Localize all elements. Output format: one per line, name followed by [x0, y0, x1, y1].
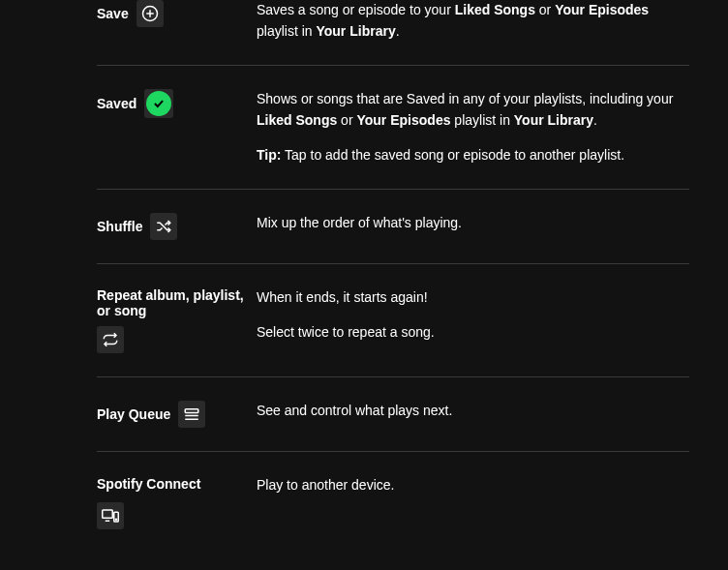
row-left: Repeat album, playlist, or song	[97, 287, 257, 353]
row-left: Play Queue	[97, 401, 257, 428]
desc-text-2: Select twice to repeat a song.	[257, 322, 689, 344]
svg-rect-6	[103, 510, 113, 518]
feature-row: Repeat album, playlist, or songWhen it e…	[97, 264, 689, 377]
desc-text: Saves a song or episode to your Liked So…	[257, 0, 689, 42]
feature-row: Spotify ConnectPlay to another device.	[97, 452, 689, 553]
feature-row: ShuffleMix up the order of what's playin…	[97, 190, 689, 264]
connect-icon	[97, 502, 124, 529]
feature-row: SaveSaves a song or episode to your Like…	[97, 0, 689, 66]
repeat-icon	[97, 326, 124, 353]
svg-point-9	[115, 519, 116, 520]
row-label: Repeat album, playlist, or song	[97, 287, 257, 318]
row-left: Shuffle	[97, 213, 257, 240]
plus-circle-icon	[136, 0, 164, 27]
row-description: Shows or songs that are Saved in any of …	[257, 89, 689, 165]
svg-rect-3	[186, 409, 199, 413]
queue-icon	[178, 401, 205, 428]
feature-row: Play QueueSee and control what plays nex…	[97, 377, 689, 452]
shuffle-icon	[150, 213, 177, 240]
feature-row: SavedShows or songs that are Saved in an…	[97, 66, 689, 190]
row-left: Spotify Connect	[97, 475, 257, 529]
queue-icon	[178, 401, 205, 428]
repeat-icon	[97, 326, 124, 353]
shuffle-icon	[150, 213, 177, 240]
row-label: Save	[97, 6, 129, 21]
row-description: Saves a song or episode to your Liked So…	[257, 0, 689, 42]
check-circle-green-icon	[144, 89, 173, 118]
row-description: Play to another device.	[257, 475, 689, 529]
row-label: Spotify Connect	[97, 475, 257, 495]
desc-text: Play to another device.	[257, 475, 689, 496]
desc-text: When it ends, it starts again!	[257, 287, 689, 309]
row-left: Saved	[97, 89, 257, 165]
row-label: Saved	[97, 96, 136, 111]
row-description: When it ends, it starts again!Select twi…	[257, 287, 689, 353]
row-label: Shuffle	[97, 219, 142, 234]
desc-text: Mix up the order of what's playing.	[257, 213, 689, 234]
row-label: Play Queue	[97, 406, 170, 422]
row-description: Mix up the order of what's playing.	[257, 213, 689, 240]
plus-circle-icon	[136, 0, 164, 27]
row-description: See and control what plays next.	[257, 401, 689, 428]
row-left: Save	[97, 0, 257, 42]
desc-text: Shows or songs that are Saved in any of …	[257, 89, 689, 131]
desc-text-2: Tip: Tap to add the saved song or episod…	[257, 145, 689, 166]
desc-text: See and control what plays next.	[257, 401, 689, 422]
connect-icon	[97, 502, 257, 529]
